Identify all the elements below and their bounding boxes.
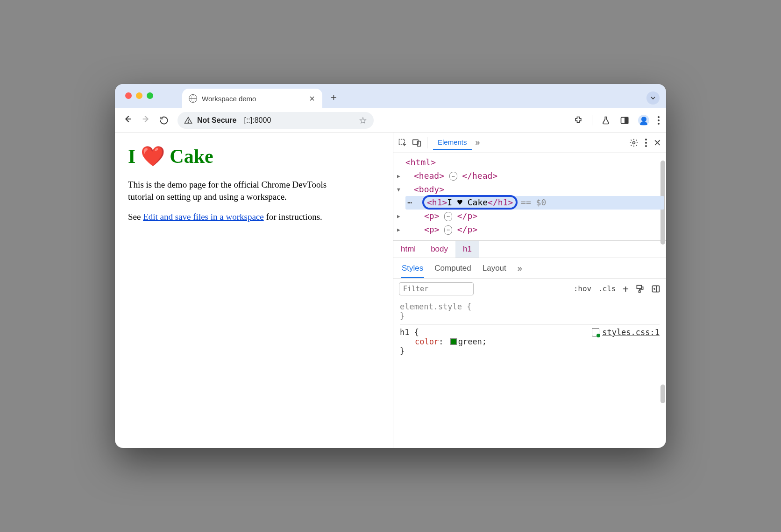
h1-style-rule[interactable]: styles.css:1 h1 { color: green; } [400, 324, 660, 356]
page-paragraph-1: This is the demo page for the official C… [128, 179, 343, 203]
extensions-icon[interactable] [573, 115, 583, 126]
row-actions-icon[interactable]: ⋯ [407, 196, 412, 210]
layout-tab[interactable]: Layout [482, 261, 507, 278]
styles-tab[interactable]: Styles [401, 261, 424, 278]
color-swatch[interactable] [450, 338, 457, 345]
toggle-pane-icon[interactable] [651, 284, 660, 294]
back-button[interactable] [121, 114, 134, 127]
new-style-rule-icon[interactable]: + [623, 283, 629, 294]
browser-tab[interactable]: Workspace demo × [182, 89, 322, 108]
hov-toggle[interactable]: :hov [574, 284, 592, 293]
workspace-link[interactable]: Edit and save files in a workspace [143, 212, 264, 222]
devtools-panel: Elements » ✕ <html> ▶<head> ⋯ </head> ▼<… [393, 133, 666, 448]
toolbar-divider [592, 115, 592, 126]
svg-rect-10 [637, 285, 641, 288]
paint-icon[interactable] [635, 284, 645, 294]
forward-button[interactable] [140, 114, 152, 127]
styles-scrollbar[interactable] [660, 385, 665, 403]
fullscreen-window-button[interactable] [147, 92, 153, 99]
window-controls [125, 92, 153, 99]
rule-source-link[interactable]: styles.css:1 [592, 328, 660, 337]
inspect-icon[interactable] [398, 138, 407, 147]
close-tab-button[interactable]: × [309, 94, 315, 103]
more-tabs-icon[interactable]: » [476, 138, 480, 147]
tab-list-button[interactable] [646, 91, 660, 105]
dom-node-body[interactable]: ▼<body> [405, 183, 664, 196]
cls-toggle[interactable]: .cls [598, 284, 616, 293]
tab-title: Workspace demo [202, 95, 256, 103]
page-heading: I ❤️ Cake [128, 145, 380, 168]
elements-tab[interactable]: Elements [433, 135, 472, 150]
page-paragraph-2: See Edit and save files in a workspace f… [128, 211, 343, 223]
element-style-rule[interactable]: element.style {} [400, 302, 660, 321]
settings-icon[interactable] [629, 138, 639, 147]
svg-point-3 [188, 122, 189, 123]
styles-filter-input[interactable] [399, 282, 474, 295]
toolbar: Not Secure [::]:8000 ☆ [115, 108, 666, 133]
styles-pane[interactable]: element.style {} styles.css:1 h1 { color… [393, 299, 666, 448]
svg-rect-5 [625, 117, 628, 123]
devtools-toolbar: Elements » ✕ [393, 133, 666, 153]
close-window-button[interactable] [125, 92, 132, 99]
crumb-html[interactable]: html [393, 241, 423, 258]
address-bar[interactable]: Not Secure [::]:8000 ☆ [178, 112, 374, 129]
bookmark-star-icon[interactable]: ☆ [359, 115, 367, 126]
computed-tab[interactable]: Computed [433, 261, 472, 278]
devtools-menu-icon[interactable] [645, 139, 647, 147]
device-toggle-icon[interactable] [412, 138, 421, 147]
close-devtools-button[interactable]: ✕ [653, 137, 661, 148]
dom-tree[interactable]: <html> ▶<head> ⋯ </head> ▼<body> ⋯<h1>I … [393, 153, 666, 240]
tab-strip: Workspace demo × + [115, 84, 666, 108]
security-label: Not Secure [197, 116, 236, 125]
more-subtabs-icon[interactable]: » [517, 261, 523, 278]
p2-before: See [128, 212, 143, 222]
styles-subtabs: Styles Computed Layout » [393, 258, 666, 278]
dom-node-h1-selected[interactable]: ⋯<h1>I ♥ Cake</h1> == $0 [405, 196, 664, 210]
warning-icon [184, 116, 192, 125]
minimize-window-button[interactable] [136, 92, 142, 99]
reload-button[interactable] [159, 115, 169, 126]
dom-node-head[interactable]: ▶<head> ⋯ </head> [405, 169, 664, 183]
dom-node-p2[interactable]: ▶<p> ⋯ </p> [405, 223, 664, 237]
dom-node-html[interactable]: <html> [405, 156, 664, 169]
profile-avatar[interactable] [638, 115, 649, 126]
dom-node-p1[interactable]: ▶<p> ⋯ </p> [405, 210, 664, 223]
globe-icon [189, 94, 197, 103]
file-icon [592, 328, 599, 336]
svg-point-9 [633, 141, 635, 144]
url-text: [::]:8000 [244, 116, 271, 125]
chrome-menu-button[interactable] [658, 116, 660, 125]
p2-after: for instructions. [264, 212, 322, 222]
crumb-body[interactable]: body [423, 241, 455, 258]
styles-toolbar: :hov .cls + [393, 278, 666, 299]
crumb-h1[interactable]: h1 [455, 241, 479, 258]
rendered-page: I ❤️ Cake This is the demo page for the … [115, 133, 393, 448]
toolbar-right [573, 115, 660, 126]
devtools-divider [427, 137, 427, 148]
dom-breadcrumb: html body h1 [393, 240, 666, 258]
new-tab-button[interactable]: + [331, 91, 337, 104]
labs-icon[interactable] [601, 115, 611, 126]
content-area: I ❤️ Cake This is the demo page for the … [115, 133, 666, 448]
side-panel-icon[interactable] [619, 115, 630, 126]
svg-rect-11 [639, 291, 640, 292]
browser-window: Workspace demo × + Not Secure [::]:8000 … [115, 84, 666, 448]
